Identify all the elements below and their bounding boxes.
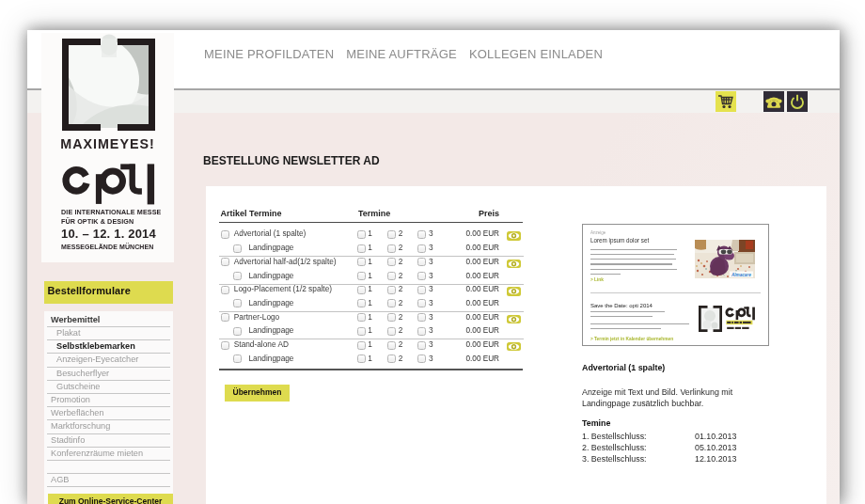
svg-text:Almacare: Almacare [731,273,751,277]
